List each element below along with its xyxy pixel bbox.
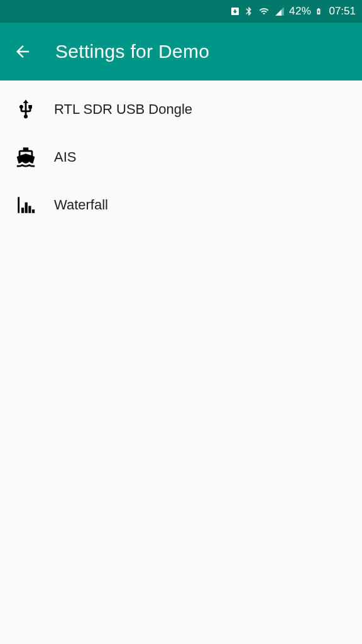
- page-title: Settings for Demo: [55, 41, 209, 62]
- wifi-icon: [258, 6, 270, 16]
- download-icon: [230, 6, 240, 16]
- ship-icon: [13, 147, 39, 168]
- battery-charging-icon: [315, 6, 322, 17]
- signal-icon: [274, 6, 285, 16]
- settings-item-ais[interactable]: AIS: [0, 133, 362, 181]
- equalizer-icon: [13, 194, 39, 216]
- clock-time: 07:51: [329, 5, 356, 18]
- arrow-back-icon: [13, 42, 32, 61]
- bluetooth-icon: [244, 6, 254, 16]
- back-button[interactable]: [13, 42, 33, 62]
- svg-rect-4: [32, 209, 35, 213]
- app-bar: Settings for Demo: [0, 23, 362, 80]
- svg-rect-0: [18, 197, 19, 213]
- settings-item-label: AIS: [54, 149, 76, 165]
- battery-percent: 42%: [289, 5, 312, 18]
- svg-rect-3: [28, 206, 31, 213]
- settings-item-rtl-sdr[interactable]: RTL SDR USB Dongle: [0, 86, 362, 133]
- usb-icon: [13, 99, 39, 120]
- settings-list: RTL SDR USB Dongle AIS Waterfall: [0, 80, 362, 229]
- settings-item-label: RTL SDR USB Dongle: [54, 101, 192, 118]
- svg-rect-2: [25, 203, 28, 213]
- svg-rect-1: [21, 208, 24, 213]
- settings-item-waterfall[interactable]: Waterfall: [0, 181, 362, 229]
- settings-item-label: Waterfall: [54, 197, 108, 213]
- status-bar: 42% 07:51: [0, 0, 362, 23]
